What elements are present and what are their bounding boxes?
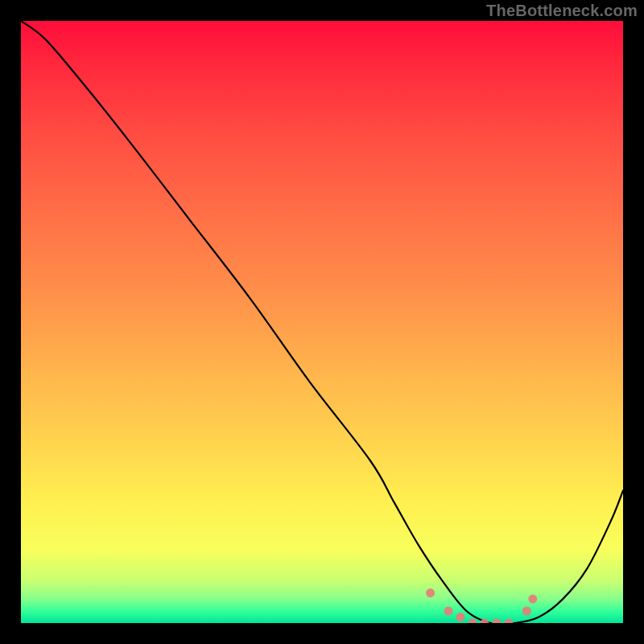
chart-frame: TheBottleneck.com [0,0,644,644]
trough-markers [426,588,537,623]
trough-marker [426,588,435,597]
trough-marker [456,613,465,621]
bottleneck-curve [21,21,623,623]
curve-path [21,21,623,623]
trough-marker [444,607,453,616]
trough-marker [492,619,501,624]
trough-marker [469,619,477,624]
trough-marker [528,595,537,604]
plot-area [21,21,623,623]
trough-marker [504,619,513,624]
watermark-text: TheBottleneck.com [486,2,638,20]
trough-marker [522,607,531,616]
